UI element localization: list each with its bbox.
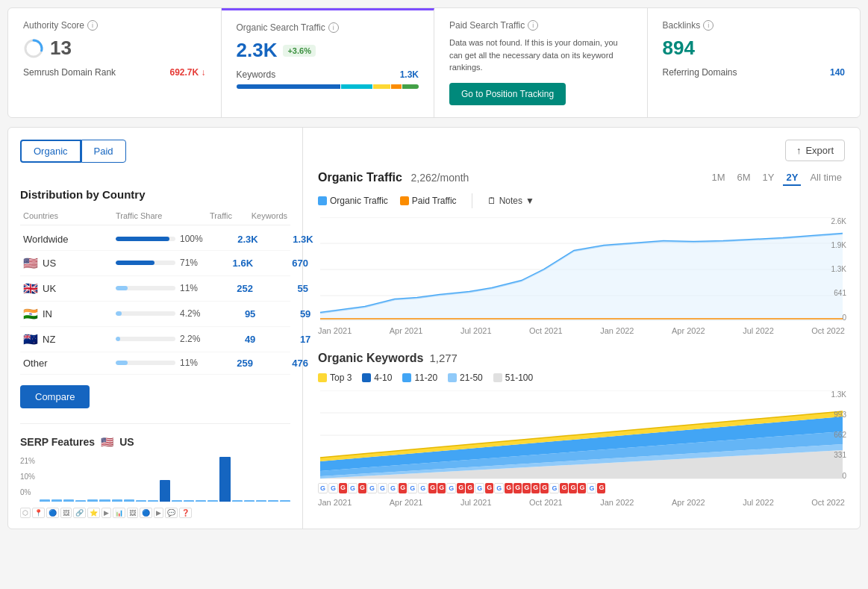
serp-icon: 🔵	[140, 508, 152, 518]
export-button[interactable]: ↑ Export	[785, 140, 845, 161]
go-to-position-tracking-button[interactable]: Go to Position Tracking	[449, 83, 566, 105]
right-panel: ↑ Export Organic Traffic 2,262/month 1M …	[303, 128, 860, 529]
keywords-uk: 55	[256, 283, 308, 294]
g-icon-red: G	[560, 483, 568, 493]
ok-legend-4-10[interactable]: 4-10	[362, 373, 392, 383]
tab-organic[interactable]: Organic	[20, 140, 81, 163]
country-cell-us: 🇺🇸 US	[23, 256, 113, 270]
serp-icons-row: ⬡ 📍 🔵 🖼 🔗 ⭐ ▶ 📊 🖼 🔵 ▶ 💬 ❓	[20, 508, 290, 518]
traffic-nz: 49	[203, 334, 255, 345]
authority-sub: Semrush Domain Rank 692.7K ↓	[23, 67, 206, 78]
traffic-share-us: 71%	[116, 258, 198, 268]
export-label: Export	[805, 145, 834, 156]
g-icon-red: G	[399, 483, 407, 493]
flag-in: 🇮🇳	[23, 307, 38, 321]
col-countries: Countries	[23, 211, 113, 220]
g-icon-red: G	[513, 483, 522, 493]
serp-bar-tall	[219, 457, 230, 502]
kbar-orange	[391, 84, 402, 89]
g-icon-red: G	[597, 483, 605, 493]
main-content: Organic Paid Distribution by Country Cou…	[7, 127, 861, 529]
authority-info-icon[interactable]: i	[87, 20, 98, 31]
ok-legend-11-20[interactable]: 11-20	[402, 373, 437, 383]
ok-dot-top3	[318, 373, 327, 382]
tab-paid[interactable]: Paid	[81, 140, 126, 163]
ok-count: 1,277	[429, 352, 458, 364]
organic-search-label-text: Organic Search Traffic	[237, 22, 325, 33]
ok-dot-4-10	[362, 373, 371, 382]
flag-us: 🇺🇸	[23, 256, 38, 270]
serp-features-section: SERP Features 🇺🇸 US 21% 10% 0%	[20, 423, 290, 517]
kx-label-apr21: Apr 2021	[390, 498, 423, 507]
x-label-oct21: Oct 2021	[529, 326, 563, 335]
serp-bar	[148, 500, 158, 502]
traffic-us: 1.6K	[201, 258, 253, 269]
ok-legend-top3[interactable]: Top 3	[318, 373, 352, 383]
authority-ring-icon	[23, 38, 44, 59]
serp-icon: 📊	[113, 508, 125, 518]
kx-label-oct22: Oct 2022	[811, 498, 845, 507]
country-cell-in: 🇮🇳 IN	[23, 307, 113, 321]
legend-paid[interactable]: Paid Traffic	[400, 196, 457, 206]
kx-label-apr22: Apr 2022	[672, 498, 705, 507]
ok-label-21-50: 21-50	[460, 373, 483, 383]
table-row: Other 11% 259 476	[20, 352, 290, 375]
g-icon-red: G	[485, 483, 493, 493]
authority-sub-value: 692.7K ↓	[169, 67, 205, 78]
keywords-us: 670	[256, 258, 308, 269]
serp-bar	[112, 499, 122, 502]
ok-legend-21-50[interactable]: 21-50	[448, 373, 483, 383]
serp-icon: 🔗	[73, 508, 86, 518]
paid-desc: Data was not found. If this is your doma…	[449, 37, 632, 74]
serp-country: US	[119, 436, 134, 448]
ok-legend-51-100[interactable]: 51-100	[493, 373, 533, 383]
g-icon-red: G	[339, 483, 347, 493]
filter-1y[interactable]: 1Y	[760, 170, 778, 186]
serp-icon: 🔵	[46, 508, 59, 518]
serp-bar	[136, 500, 146, 502]
organic-search-value: 2.3K +3.6%	[237, 39, 419, 62]
export-icon: ↑	[796, 145, 802, 156]
serp-icon: ❓	[179, 508, 192, 518]
table-row: 🇬🇧 UK 11% 252 55	[20, 276, 290, 302]
legend-paid-label: Paid Traffic	[412, 196, 457, 206]
g-icon-blue: G	[378, 483, 387, 493]
keywords-bar	[237, 84, 419, 89]
serp-bar	[256, 500, 266, 502]
serp-pct-21: 21%	[20, 457, 35, 465]
traffic-in: 95	[203, 308, 255, 320]
g-icon-blue: G	[475, 483, 484, 493]
filter-2y[interactable]: 2Y	[783, 170, 801, 186]
table-row: 🇺🇸 US 71% 1.6K 670	[20, 251, 290, 276]
compare-button[interactable]: Compare	[20, 385, 90, 408]
filter-all[interactable]: All time	[807, 170, 845, 186]
country-name-nz: NZ	[43, 334, 55, 345]
kx-label-jan22: Jan 2022	[600, 498, 634, 507]
notes-button[interactable]: 🗒 Notes ▼	[487, 196, 534, 206]
serp-bar	[51, 499, 62, 502]
filter-1m[interactable]: 1M	[708, 170, 728, 186]
backlinks-value: 894	[663, 37, 846, 60]
notes-label: Notes	[499, 196, 522, 206]
y-label-2-6k: 2.6K	[831, 217, 846, 225]
g-icon-blue: G	[494, 483, 504, 493]
serp-bar	[244, 500, 255, 502]
serp-bar	[184, 500, 194, 502]
backlinks-cell: Backlinks i 894 Referring Domains 140	[648, 8, 861, 117]
country-cell-nz: 🇳🇿 NZ	[23, 332, 113, 346]
serp-bar	[268, 500, 278, 502]
filter-6m[interactable]: 6M	[734, 170, 754, 186]
serp-pct-10: 10%	[20, 473, 35, 481]
ok-title-row: Organic Keywords 1,277	[318, 352, 845, 365]
backlinks-info-icon[interactable]: i	[703, 20, 714, 31]
organic-badge: +3.6%	[283, 45, 316, 57]
country-name-worldwide: Worldwide	[23, 234, 68, 245]
paid-info-icon[interactable]: i	[528, 20, 538, 31]
organic-info-icon[interactable]: i	[328, 22, 339, 33]
legend-organic[interactable]: Organic Traffic	[318, 196, 388, 206]
serp-bar	[172, 500, 182, 502]
distribution-title: Distribution by Country	[20, 188, 290, 201]
serp-icon: 📍	[32, 508, 45, 518]
g-icon-red: G	[522, 483, 531, 493]
country-cell-uk: 🇬🇧 UK	[23, 281, 113, 296]
